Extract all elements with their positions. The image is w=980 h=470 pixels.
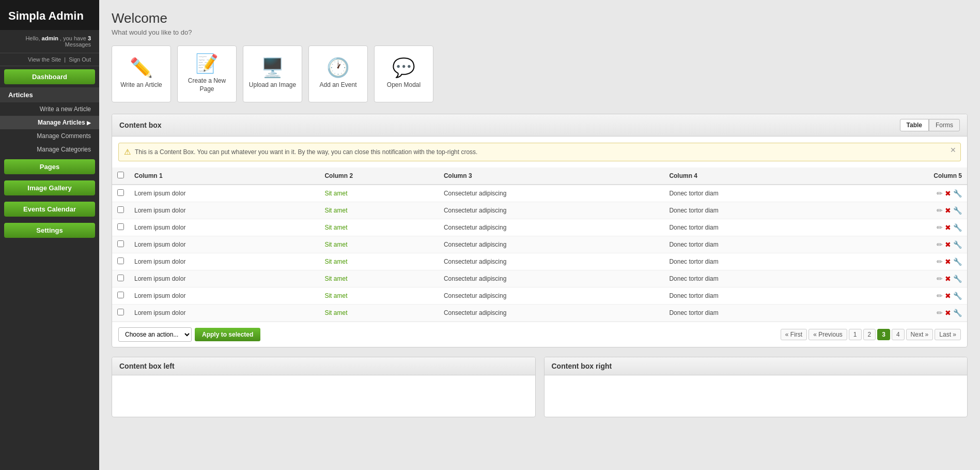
wrench-icon[interactable]: 🔧	[953, 292, 962, 300]
row-col3: Consectetur adipiscing	[439, 270, 664, 287]
row-col2: Sit amet	[319, 305, 438, 322]
notification-text: This is a Content Box. You can put whate…	[135, 148, 477, 156]
row-col2-link[interactable]: Sit amet	[324, 292, 347, 299]
page-prev[interactable]: « Previous	[808, 329, 847, 340]
delete-icon[interactable]: ✖	[945, 223, 951, 232]
row-col2-link[interactable]: Sit amet	[324, 224, 347, 231]
col2-header: Column 2	[319, 168, 438, 185]
app-title: Simpla Admin	[0, 0, 99, 30]
row-col4: Donec tortor diam	[664, 287, 848, 305]
table-row: Lorem ipsum dolor Sit amet Consectetur a…	[112, 202, 967, 219]
quick-action-write-article[interactable]: ✏️ Write an Article	[112, 46, 171, 102]
row-col2-link[interactable]: Sit amet	[324, 258, 347, 265]
edit-icon[interactable]: ✏	[937, 292, 943, 300]
row-checkbox[interactable]	[117, 257, 124, 264]
quick-action-add-event[interactable]: 🕐 Add an Event	[308, 46, 368, 102]
row-checkbox[interactable]	[117, 189, 124, 196]
wrench-icon[interactable]: 🔧	[953, 275, 962, 283]
col3-header: Column 3	[439, 168, 664, 185]
pages-button[interactable]: Pages	[4, 159, 95, 174]
sidebar: Simpla Admin Hello, admin , you have 3 M…	[0, 0, 99, 470]
page-last[interactable]: Last »	[935, 329, 961, 340]
content-box-right-content	[545, 375, 968, 417]
row-checkbox[interactable]	[117, 309, 124, 315]
delete-icon[interactable]: ✖	[945, 240, 951, 249]
dashboard-button[interactable]: Dashboard	[4, 69, 95, 84]
sign-out-link[interactable]: Sign Out	[69, 56, 91, 63]
row-col4: Donec tortor diam	[664, 253, 848, 270]
content-box-left-header: Content box left	[112, 357, 535, 375]
page-3[interactable]: 3	[877, 329, 890, 340]
row-checkbox[interactable]	[117, 275, 124, 281]
row-col2: Sit amet	[319, 236, 438, 253]
content-box-left-content	[112, 375, 535, 417]
page-icon: 📝	[195, 54, 219, 73]
quick-action-upload-image[interactable]: 🖥️ Upload an Image	[243, 46, 302, 102]
page-2[interactable]: 2	[863, 329, 876, 340]
row-checkbox[interactable]	[117, 292, 124, 298]
delete-icon[interactable]: ✖	[945, 257, 951, 266]
row-checkbox[interactable]	[117, 206, 124, 213]
quick-action-create-page[interactable]: 📝 Create a New Page	[177, 46, 237, 102]
page-1[interactable]: 1	[849, 329, 862, 340]
edit-icon[interactable]: ✏	[937, 257, 943, 266]
edit-icon[interactable]: ✏	[937, 189, 943, 198]
row-actions: ✏ ✖ 🔧	[848, 270, 967, 287]
delete-icon[interactable]: ✖	[945, 292, 951, 300]
settings-button[interactable]: Settings	[4, 223, 95, 238]
row-checkbox[interactable]	[117, 240, 124, 247]
wrench-icon[interactable]: 🔧	[953, 206, 962, 215]
messages-label: Messages	[65, 41, 91, 48]
row-col2-link[interactable]: Sit amet	[324, 241, 347, 248]
chat-icon: 💬	[392, 58, 415, 77]
edit-icon[interactable]: ✏	[937, 275, 943, 283]
row-col2-link[interactable]: Sit amet	[324, 309, 347, 316]
events-calendar-button[interactable]: Events Calendar	[4, 202, 95, 217]
notification-close-button[interactable]: ✕	[950, 146, 956, 154]
image-icon: 🖥️	[261, 58, 284, 77]
quick-actions-bar: ✏️ Write an Article 📝 Create a New Page …	[112, 46, 968, 102]
row-checkbox-cell	[112, 236, 129, 253]
wrench-icon[interactable]: 🔧	[953, 189, 962, 198]
edit-icon[interactable]: ✏	[937, 309, 943, 317]
apply-to-selected-button[interactable]: Apply to selected	[195, 328, 260, 341]
row-col4: Donec tortor diam	[664, 236, 848, 253]
username: admin	[42, 35, 58, 41]
wrench-icon[interactable]: 🔧	[953, 223, 962, 232]
sidebar-item-manage-comments[interactable]: Manage Comments	[0, 129, 99, 143]
quick-action-open-modal[interactable]: 💬 Open Modal	[374, 46, 433, 102]
delete-icon[interactable]: ✖	[945, 206, 951, 215]
bulk-action-select[interactable]: Choose an action...	[118, 327, 192, 342]
page-4[interactable]: 4	[892, 329, 905, 340]
edit-icon[interactable]: ✏	[937, 206, 943, 215]
delete-icon[interactable]: ✖	[945, 275, 951, 283]
tab-table[interactable]: Table	[900, 119, 929, 131]
sidebar-item-write-article[interactable]: Write a new Article	[0, 102, 99, 116]
delete-icon[interactable]: ✖	[945, 189, 951, 198]
row-col2-link[interactable]: Sit amet	[324, 190, 347, 197]
row-checkbox[interactable]	[117, 223, 124, 230]
page-next[interactable]: Next »	[906, 329, 934, 340]
row-checkbox-cell	[112, 287, 129, 305]
row-checkbox-cell	[112, 202, 129, 219]
image-gallery-button[interactable]: Image Gallery	[4, 180, 95, 195]
content-table: Column 1 Column 2 Column 3 Column 4 Colu…	[112, 168, 967, 322]
edit-icon[interactable]: ✏	[937, 223, 943, 232]
view-site-link[interactable]: View the Site	[28, 56, 61, 63]
select-all-checkbox[interactable]	[117, 172, 124, 178]
page-subtitle: What would you like to do?	[112, 28, 968, 36]
edit-icon[interactable]: ✏	[937, 240, 943, 249]
row-checkbox-cell	[112, 185, 129, 202]
delete-icon[interactable]: ✖	[945, 309, 951, 317]
table-row: Lorem ipsum dolor Sit amet Consectetur a…	[112, 185, 967, 202]
tab-forms[interactable]: Forms	[929, 119, 960, 131]
row-col2-link[interactable]: Sit amet	[324, 207, 347, 214]
wrench-icon[interactable]: 🔧	[953, 240, 962, 249]
wrench-icon[interactable]: 🔧	[953, 257, 962, 266]
page-first[interactable]: « First	[781, 329, 807, 340]
row-col2-link[interactable]: Sit amet	[324, 275, 347, 282]
wrench-icon[interactable]: 🔧	[953, 309, 962, 317]
sidebar-item-manage-categories[interactable]: Manage Categories	[0, 143, 99, 156]
content-box-title: Content box	[119, 121, 162, 129]
sidebar-item-manage-articles[interactable]: Manage Articles	[0, 116, 99, 129]
